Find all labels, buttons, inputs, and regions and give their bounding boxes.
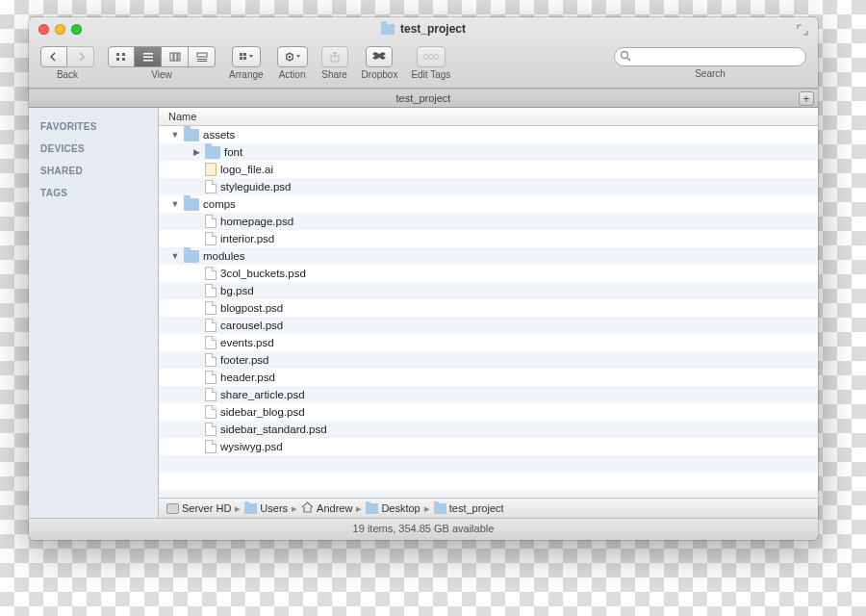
disclosure-down-icon[interactable]: ▼ (170, 199, 180, 209)
search-input[interactable] (614, 47, 806, 66)
dropbox-label: Dropbox (362, 69, 398, 80)
path-label: Server HD (182, 502, 231, 514)
path-label: Desktop (381, 502, 420, 514)
svg-rect-0 (116, 53, 119, 56)
sidebar-category-tags[interactable]: TAGS (29, 182, 158, 204)
forward-button[interactable] (67, 46, 94, 67)
file-name: blogpost.psd (220, 302, 283, 314)
finder-window: test_project Back View (29, 17, 818, 540)
path-item[interactable]: test_project (434, 502, 504, 514)
dropbox-button[interactable] (366, 46, 393, 67)
file-row[interactable]: ▶font (159, 143, 818, 161)
file-row[interactable]: blogpost.psd (159, 299, 818, 317)
window-title: test_project (400, 22, 466, 36)
svg-point-23 (622, 52, 628, 59)
coverflow-view-button[interactable] (189, 46, 216, 67)
file-row[interactable]: homepage.psd (159, 213, 818, 230)
icon-view-button[interactable] (108, 46, 135, 67)
file-row[interactable]: ▼modules (159, 247, 818, 265)
svg-point-22 (433, 55, 438, 60)
tab-test-project[interactable]: test_project (29, 92, 818, 104)
path-separator-icon: ▸ (424, 502, 430, 515)
file-name: sidebar_standard.psd (220, 424, 327, 435)
path-item[interactable]: Desktop (366, 502, 420, 514)
folder-icon (244, 503, 257, 514)
arrange-button[interactable] (232, 46, 261, 67)
file-name: logo_file.ai (220, 164, 273, 175)
file-row[interactable]: ▼assets (159, 126, 818, 143)
tab-bar: test_project + (29, 89, 818, 108)
svg-rect-8 (174, 53, 177, 61)
file-row[interactable]: 3col_buckets.psd (159, 265, 818, 282)
disclosure-right-icon[interactable]: ▶ (191, 147, 201, 157)
file-row[interactable]: carousel.psd (159, 317, 818, 334)
file-name: styleguide.psd (220, 181, 292, 192)
file-row[interactable]: events.psd (159, 334, 818, 351)
file-name: font (224, 146, 242, 158)
svg-rect-5 (143, 57, 153, 59)
svg-rect-9 (178, 53, 180, 61)
file-icon (205, 232, 216, 245)
file-row[interactable]: interior.psd (159, 230, 818, 247)
sidebar-category-shared[interactable]: SHARED (29, 160, 158, 182)
empty-row (159, 490, 818, 498)
path-item[interactable]: Users (244, 502, 288, 514)
action-button[interactable] (277, 46, 308, 67)
file-icon (205, 423, 216, 436)
edit-tags-button[interactable] (417, 46, 446, 67)
file-row[interactable]: bg.psd (159, 282, 818, 299)
zoom-button[interactable] (71, 24, 82, 35)
folder-icon (184, 198, 199, 211)
svg-rect-1 (122, 53, 125, 56)
folder-icon (381, 24, 395, 35)
column-view-button[interactable] (162, 46, 189, 67)
svg-point-20 (423, 55, 428, 60)
file-name: wysiwyg.psd (220, 441, 283, 452)
disk-icon (166, 503, 179, 514)
file-name: 3col_buckets.psd (220, 268, 306, 279)
minimize-button[interactable] (55, 24, 65, 35)
svg-rect-13 (240, 53, 242, 56)
file-row[interactable]: header.psd (159, 369, 818, 386)
empty-row (159, 473, 818, 490)
path-label: Users (260, 502, 288, 514)
path-item[interactable]: Andrew (301, 501, 352, 515)
file-row[interactable]: wysiwyg.psd (159, 438, 818, 455)
view-label: View (151, 69, 172, 80)
folder-icon (205, 146, 220, 159)
file-name: share_article.psd (220, 389, 305, 400)
disclosure-down-icon[interactable]: ▼ (170, 130, 180, 140)
file-row[interactable]: share_article.psd (159, 386, 818, 403)
file-icon (205, 301, 216, 315)
file-row[interactable]: ▼comps (159, 195, 818, 213)
file-row[interactable]: sidebar_standard.psd (159, 421, 818, 438)
file-list: ▼assets▶fontlogo_file.aistyleguide.psd▼c… (159, 126, 818, 498)
sidebar-category-favorites[interactable]: FAVORITES (29, 116, 158, 138)
close-button[interactable] (38, 24, 49, 35)
file-name: modules (203, 250, 244, 262)
svg-rect-4 (143, 53, 153, 55)
file-icon (205, 284, 216, 297)
new-tab-button[interactable]: + (799, 91, 814, 106)
file-name: events.psd (220, 337, 274, 348)
toolbar: Back View Arrange Action (29, 40, 818, 88)
column-header-name[interactable]: Name (159, 108, 818, 126)
file-name: comps (203, 198, 236, 210)
share-button[interactable] (321, 46, 348, 67)
file-name: assets (203, 129, 235, 141)
svg-rect-7 (170, 53, 173, 61)
disclosure-down-icon[interactable]: ▼ (170, 251, 180, 261)
path-item[interactable]: Server HD (166, 502, 231, 514)
file-row[interactable]: footer.psd (159, 351, 818, 369)
fullscreen-icon[interactable] (797, 24, 808, 36)
sidebar-category-devices[interactable]: DEVICES (29, 138, 158, 160)
file-row[interactable]: styleguide.psd (159, 178, 818, 195)
file-row[interactable]: logo_file.ai (159, 161, 818, 178)
file-row[interactable]: sidebar_blog.psd (159, 403, 818, 421)
file-icon (205, 353, 216, 367)
search-label: Search (695, 68, 726, 79)
back-button[interactable] (40, 46, 67, 67)
list-view-button[interactable] (135, 46, 162, 67)
file-name: sidebar_blog.psd (220, 406, 305, 418)
svg-rect-6 (143, 60, 153, 62)
